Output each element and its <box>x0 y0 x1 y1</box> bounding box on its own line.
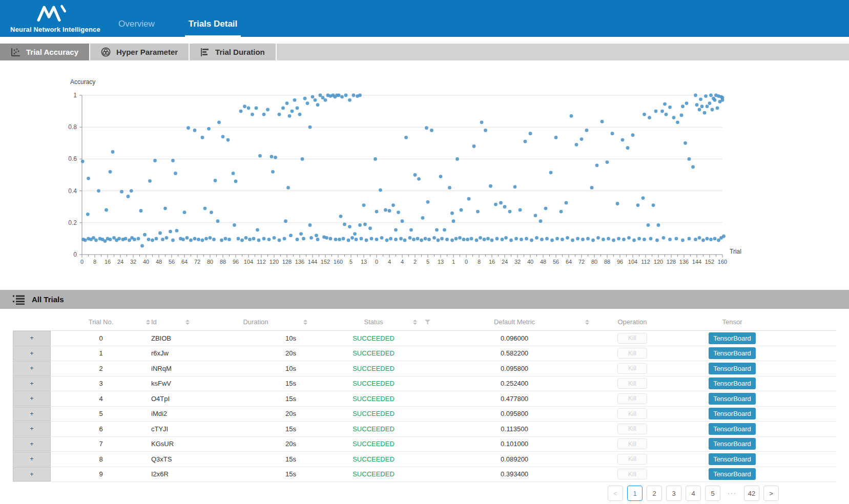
scatter-point[interactable] <box>691 165 695 169</box>
scatter-point[interactable] <box>350 236 354 240</box>
scatter-point[interactable] <box>128 239 131 242</box>
scatter-point[interactable] <box>220 239 223 242</box>
scatter-point[interactable] <box>375 210 379 214</box>
scatter-point[interactable] <box>155 237 158 241</box>
scatter-point[interactable] <box>308 125 312 129</box>
scatter-point[interactable] <box>585 129 589 132</box>
scatter-point[interactable] <box>694 238 697 241</box>
scatter-point[interactable] <box>187 126 190 130</box>
scatter-point[interactable] <box>209 236 212 240</box>
scatter-point[interactable] <box>239 110 243 113</box>
expand-row-button[interactable]: + <box>13 452 51 467</box>
scatter-point[interactable] <box>217 120 221 124</box>
scatter-point[interactable] <box>267 238 271 241</box>
scatter-point[interactable] <box>722 235 726 238</box>
scatter-point[interactable] <box>575 143 578 146</box>
scatter-point[interactable] <box>708 101 712 105</box>
scatter-point[interactable] <box>234 180 238 183</box>
scatter-point[interactable] <box>703 111 707 115</box>
expand-row-button[interactable]: + <box>13 467 51 482</box>
scatter-point[interactable] <box>370 237 374 241</box>
scatter-point[interactable] <box>347 239 350 242</box>
scatter-point[interactable] <box>273 236 276 240</box>
scatter-point[interactable] <box>501 238 504 241</box>
scatter-point[interactable] <box>570 114 573 118</box>
scatter-point[interactable] <box>158 232 162 235</box>
scatter-point[interactable] <box>657 223 660 227</box>
scatter-point[interactable] <box>288 114 292 118</box>
scatter-point[interactable] <box>375 238 379 241</box>
scatter-point[interactable] <box>665 113 668 116</box>
scatter-point[interactable] <box>663 102 667 106</box>
scatter-point[interactable] <box>534 214 537 217</box>
scatter-point[interactable] <box>84 239 87 242</box>
scatter-point[interactable] <box>240 239 244 242</box>
scatter-point[interactable] <box>109 170 112 174</box>
scatter-point[interactable] <box>120 190 123 194</box>
tensorboard-button[interactable]: TensorBoard <box>709 408 756 419</box>
scatter-point[interactable] <box>193 129 197 132</box>
scatter-point[interactable] <box>207 127 211 131</box>
scatter-point[interactable] <box>171 239 175 242</box>
tab-trial-accuracy[interactable]: Trial Accuracy <box>0 44 90 60</box>
scatter-point[interactable] <box>344 94 348 97</box>
prev-page-button[interactable]: < <box>608 486 623 501</box>
scatter-point[interactable] <box>662 236 666 240</box>
tensorboard-button[interactable]: TensorBoard <box>709 347 756 359</box>
scatter-point[interactable] <box>545 237 549 241</box>
scatter-point[interactable] <box>504 236 508 240</box>
scatter-point[interactable] <box>278 239 281 242</box>
scatter-point[interactable] <box>698 108 701 112</box>
scatter-point[interactable] <box>421 216 425 220</box>
scatter-point[interactable] <box>706 104 709 108</box>
scatter-point[interactable] <box>212 238 216 241</box>
scatter-point[interactable] <box>721 96 724 99</box>
kill-button[interactable]: Kill <box>617 378 647 389</box>
scatter-point[interactable] <box>555 237 559 241</box>
scatter-point[interactable] <box>448 186 451 190</box>
scatter-point[interactable] <box>627 236 631 240</box>
scatter-point[interactable] <box>388 209 391 213</box>
scatter-point[interactable] <box>185 236 189 240</box>
scatter-point[interactable] <box>256 228 259 232</box>
scatter-point[interactable] <box>174 172 177 175</box>
scatter-point[interactable] <box>648 116 651 119</box>
scatter-point[interactable] <box>685 101 689 105</box>
scatter-point[interactable] <box>443 228 446 232</box>
kill-button[interactable]: Kill <box>617 333 647 344</box>
scatter-point[interactable] <box>355 238 358 241</box>
scatter-point[interactable] <box>709 94 713 97</box>
tensorboard-button[interactable]: TensorBoard <box>709 438 756 450</box>
scatter-point[interactable] <box>201 136 204 139</box>
scatter-point[interactable] <box>617 237 620 241</box>
scatter-point[interactable] <box>476 210 480 214</box>
scatter-point[interactable] <box>175 229 179 233</box>
scatter-point[interactable] <box>606 160 609 164</box>
scatter-point[interactable] <box>221 135 225 138</box>
scatter-point[interactable] <box>299 232 303 236</box>
scatter-point[interactable] <box>699 97 702 101</box>
scatter-point[interactable] <box>308 223 312 227</box>
scatter-point[interactable] <box>706 237 709 241</box>
scatter-point[interactable] <box>204 237 208 241</box>
scatter-point[interactable] <box>257 239 261 242</box>
scatter-point[interactable] <box>672 116 676 119</box>
scatter-point[interactable] <box>360 237 363 241</box>
scatter-point[interactable] <box>397 211 400 214</box>
page-button-42[interactable]: 42 <box>744 486 759 501</box>
kill-button[interactable]: Kill <box>617 469 647 479</box>
scatter-point[interactable] <box>637 237 641 241</box>
scatter-point[interactable] <box>535 236 539 240</box>
scatter-point[interactable] <box>409 228 413 232</box>
scatter-point[interactable] <box>133 238 136 241</box>
scatter-point[interactable] <box>716 106 719 110</box>
scatter-point[interactable] <box>539 219 543 223</box>
scatter-point[interactable] <box>454 237 458 241</box>
page-ellipsis[interactable]: ··· <box>724 486 740 501</box>
scatter-point[interactable] <box>600 120 604 123</box>
scatter-point[interactable] <box>612 239 615 242</box>
kill-button[interactable]: Kill <box>617 408 647 419</box>
scatter-point[interactable] <box>717 94 720 98</box>
scatter-point[interactable] <box>503 205 507 208</box>
scatter-point[interactable] <box>143 233 147 237</box>
